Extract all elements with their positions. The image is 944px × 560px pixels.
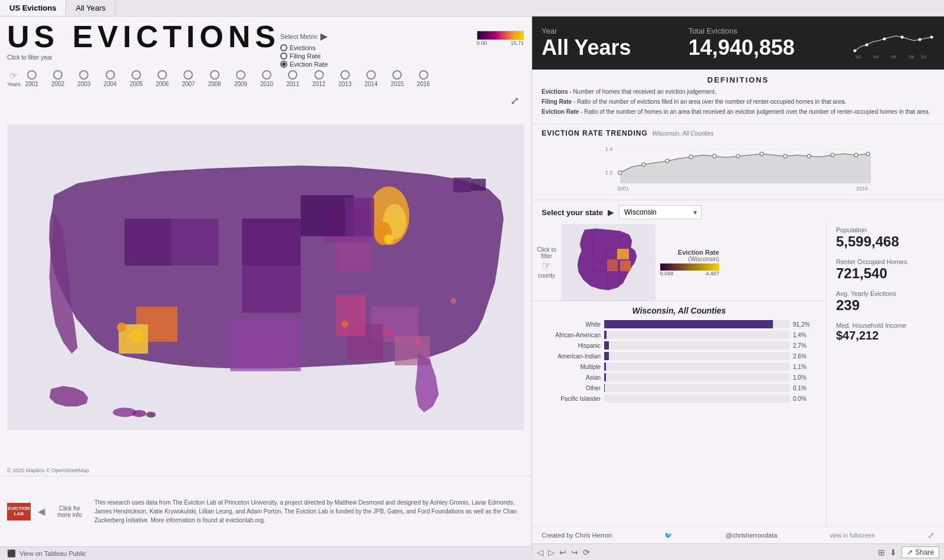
avg-evictions-value: 239 (836, 297, 935, 314)
created-by: Created by Chris Herron (542, 532, 612, 539)
year-2006[interactable]: 2006 (156, 70, 169, 87)
share-button[interactable]: ↗ Share (902, 546, 939, 558)
year-circle-2008[interactable] (210, 70, 219, 80)
svg-point-51 (736, 154, 740, 158)
tab-all-years[interactable]: All Years (66, 0, 116, 16)
click-more-info[interactable]: Click for more info (52, 505, 87, 518)
svg-rect-20 (336, 295, 365, 336)
year-circle-2012[interactable] (314, 70, 324, 80)
wisconsin-mini-map[interactable] (561, 224, 655, 301)
year-2008[interactable]: 2008 (208, 70, 221, 87)
radio-filing-rate[interactable]: Filing Rate (280, 52, 328, 60)
svg-point-25 (415, 339, 421, 345)
us-map[interactable] (7, 90, 524, 465)
demo-row-asian: Asian 1.0% (542, 373, 817, 381)
radio-eviction-rate[interactable]: Eviction Rate (280, 61, 328, 68)
year-circle-2014[interactable] (366, 70, 376, 80)
year-2013[interactable]: 2013 (339, 70, 352, 87)
year-circle-2007[interactable] (183, 70, 193, 80)
toolbar-redo[interactable]: ↪ (571, 548, 578, 557)
year-2004[interactable]: 2004 (103, 70, 116, 87)
metric-selector: Select Metric ▶ Evictions Filing Rate Ev… (280, 31, 328, 68)
svg-text:'04: '04 (873, 54, 879, 60)
state-dropdown[interactable]: Wisconsin Alabama Alaska Arizona Arkansa… (619, 205, 702, 219)
radio-evictions[interactable]: Evictions (280, 44, 328, 51)
demo-label-other: Other (542, 385, 601, 391)
year-2003[interactable]: 2003 (77, 70, 90, 87)
trending-chart-area: 1.4 1.2 (542, 142, 935, 195)
toolbar-undo[interactable]: ↩ (559, 548, 566, 557)
svg-rect-15 (172, 219, 219, 266)
share-icon: ↗ (907, 548, 913, 556)
year-circle-2004[interactable] (106, 70, 115, 80)
year-circle-2002[interactable] (53, 70, 63, 80)
year-2015[interactable]: 2015 (391, 70, 404, 87)
income-label: Med. Household Income (836, 322, 935, 329)
twitter-icon: 🐦 (664, 532, 673, 539)
svg-rect-16 (242, 219, 301, 266)
stat-renter: Renter Occupied Homes 721,540 (836, 258, 935, 282)
year-2001[interactable]: 2001 (25, 70, 38, 87)
demo-pct-white: 91.2% (793, 321, 817, 328)
demo-row-other: Other 0.1% (542, 384, 817, 392)
tableau-link[interactable]: View on Tableau Public (19, 550, 86, 557)
trending-subtitle: Wisconsin, All Counties (653, 130, 714, 137)
year-2005[interactable]: 2005 (130, 70, 143, 87)
year-2014[interactable]: 2014 (365, 70, 378, 87)
tab-us-evictions[interactable]: US Evictions (0, 0, 66, 16)
radio-circle-evictions (280, 44, 287, 51)
hand-icon-county: ☞ (542, 259, 551, 272)
year-circle-2005[interactable] (132, 70, 141, 80)
nav-arrow-left[interactable]: ◀ (38, 506, 45, 517)
toolbar-download[interactable]: ⬇ (890, 548, 897, 557)
year-2007[interactable]: 2007 (182, 70, 195, 87)
svg-point-29 (132, 410, 146, 417)
expand-button[interactable]: ⤢ (510, 94, 519, 107)
year-circle-2001[interactable] (27, 70, 37, 80)
year-2002[interactable]: 2002 (51, 70, 64, 87)
year-circle-2003[interactable] (79, 70, 88, 80)
svg-text:1.4: 1.4 (605, 146, 613, 152)
year-circle-2011[interactable] (288, 70, 297, 80)
income-value: $47,212 (836, 329, 935, 342)
year-2016[interactable]: 2016 (417, 70, 430, 87)
toolbar-back[interactable]: ◁ (537, 548, 543, 557)
stats-side-panel: Population 5,599,468 Renter Occupied Hom… (826, 222, 944, 526)
stats-year-value: All Years (542, 35, 631, 60)
year-2011[interactable]: 2011 (286, 70, 299, 87)
demo-row-pacific-islander: Pacific Islander 0.0% (542, 394, 817, 403)
year-circle-2010[interactable] (262, 70, 271, 80)
toolbar-refresh[interactable]: ⟳ (583, 548, 590, 557)
toolbar-forward[interactable]: ▷ (548, 548, 555, 557)
toolbar-layout[interactable]: ⊞ (878, 548, 885, 557)
year-row: ☞ Years 2001 2002 2003 2004 2005 2006 20… (0, 70, 531, 90)
year-circle-2013[interactable] (340, 70, 350, 80)
svg-point-35 (918, 38, 921, 41)
demo-bar-ai (604, 352, 609, 360)
year-circle-2016[interactable] (419, 70, 428, 80)
click-filter-county: Click to filter ☞ county (537, 246, 556, 279)
demo-row-white: White 91.2% (542, 320, 817, 328)
year-2009[interactable]: 2009 (234, 70, 247, 87)
twitter-handle: @chrisherrondata (726, 532, 778, 539)
svg-rect-69 (620, 261, 631, 271)
map-header: US EVICTIONS Click to filter year Select… (0, 17, 531, 70)
demo-bar-white (604, 320, 773, 328)
demo-bar-container-aa (604, 331, 789, 339)
svg-rect-67 (617, 249, 629, 259)
year-2010[interactable]: 2010 (260, 70, 273, 87)
svg-point-27 (451, 298, 457, 304)
year-2012[interactable]: 2012 (312, 70, 325, 87)
demo-label-multiple: Multiple (542, 364, 601, 370)
bottom-bar: EVICTIONLAB ◀ Click for more info This r… (0, 476, 531, 546)
year-circle-2009[interactable] (236, 70, 245, 80)
fullscreen-icon: ⤢ (927, 531, 935, 540)
year-circle-2006[interactable] (158, 70, 167, 80)
year-circle-2015[interactable] (392, 70, 402, 80)
fullscreen-link[interactable]: view in fullscreen (830, 532, 875, 539)
state-map-row: Click to filter ☞ county (532, 222, 826, 301)
radio-circle-filing (280, 52, 287, 60)
hand-icon: ☞ (9, 70, 18, 81)
demo-row-american-indian: American-Indian 2.6% (542, 352, 817, 360)
svg-rect-7 (336, 242, 371, 272)
